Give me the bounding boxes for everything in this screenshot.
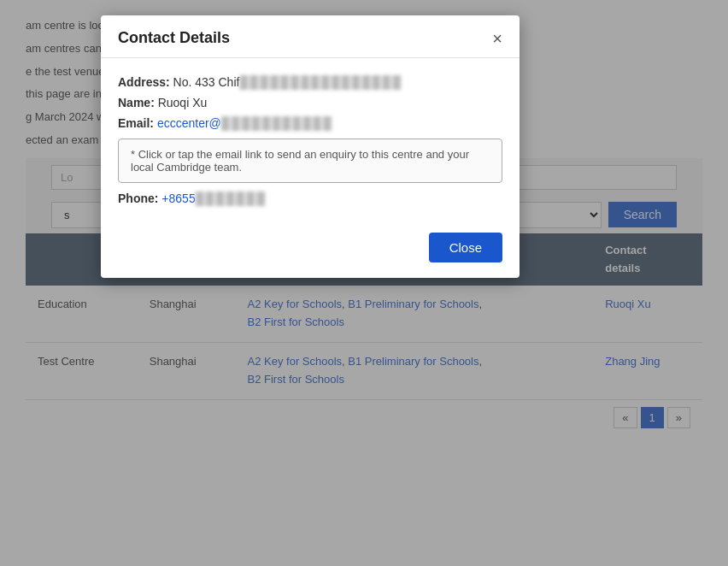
address-value: No. 433 Chif████████████████ xyxy=(173,75,403,89)
modal-close-x-button[interactable]: × xyxy=(492,30,502,47)
modal-close-button[interactable]: Close xyxy=(429,233,502,262)
modal-header: Contact Details × xyxy=(101,15,520,58)
modal-title: Contact Details xyxy=(118,29,230,47)
phone-link[interactable]: +8655███████ xyxy=(161,192,267,205)
phone-field: Phone: +8655███████ xyxy=(118,192,502,205)
email-field: Email: ecccenter@███████████ xyxy=(118,116,502,130)
modal-body: Address: No. 433 Chif████████████████ Na… xyxy=(101,58,520,221)
email-label: Email: xyxy=(118,116,154,130)
modal-footer: Close xyxy=(101,221,520,278)
email-note: * Click or tap the email link to send an… xyxy=(118,139,502,183)
address-label: Address: xyxy=(118,75,170,89)
contact-details-modal: Contact Details × Address: No. 433 Chif█… xyxy=(101,15,520,278)
name-field: Name: Ruoqi Xu xyxy=(118,96,502,109)
name-label: Name: xyxy=(118,96,155,109)
phone-label: Phone: xyxy=(118,192,158,205)
email-link[interactable]: ecccenter@███████████ xyxy=(157,116,333,130)
name-value: Ruoqi Xu xyxy=(158,96,208,109)
address-field: Address: No. 433 Chif████████████████ xyxy=(118,75,502,89)
